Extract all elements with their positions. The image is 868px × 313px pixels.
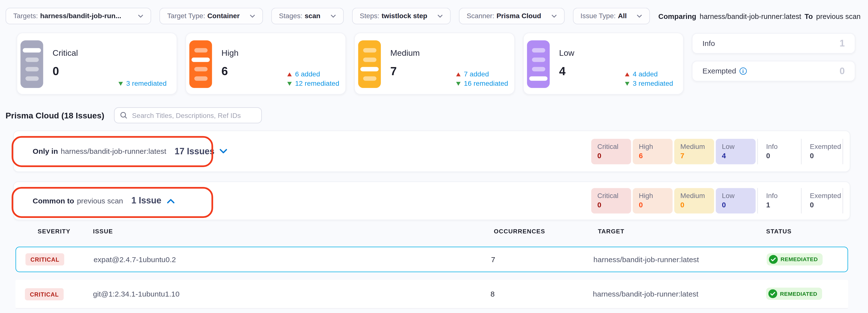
filter-scanner-label: Scanner:: [467, 12, 495, 20]
decrease-triangle-icon: [287, 81, 291, 85]
critical-remediated-text: 3 remediated: [126, 80, 166, 88]
filter-issue-type-value: All: [618, 12, 627, 20]
chip-info: Info0: [757, 139, 799, 164]
severity-summary-row: Critical 0 3 remediated High 6 6 added 1…: [17, 33, 856, 95]
info-circle-icon: [739, 68, 747, 75]
chevron-down-icon: [437, 14, 443, 18]
low-card[interactable]: Low 4 4 added 3 remediated: [523, 33, 684, 95]
chip-exempted: Exempted0: [801, 188, 843, 213]
search-icon: [120, 112, 127, 119]
table-row[interactable]: CRITICAL git@1:2.34.1-1ubuntu1.10 8 harn…: [16, 280, 848, 309]
status-text: REMEDIATED: [780, 256, 818, 262]
filter-targets-value: harness/bandit-job-run...: [40, 12, 121, 20]
check-circle-icon: [769, 255, 778, 264]
info-card[interactable]: Info 1: [692, 33, 855, 54]
chevron-down-icon: [250, 14, 255, 18]
chip-critical: Critical0: [591, 139, 631, 164]
chip-low: Low4: [716, 139, 756, 164]
filter-scanner[interactable]: Scanner: Prisma Cloud: [459, 8, 564, 25]
issues-table-header: SEVERITY ISSUE OCCURRENCES TARGET STATUS: [16, 228, 848, 235]
low-card-deltas: 4 added 3 remediated: [625, 69, 673, 88]
critical-card[interactable]: Critical 0 3 remediated: [17, 33, 177, 95]
high-severity-icon: [189, 40, 212, 88]
high-card-label: High: [222, 48, 345, 58]
chevron-down-icon[interactable]: [219, 149, 228, 154]
filter-steps-label: Steps:: [360, 12, 379, 20]
group-only-in-target[interactable]: Only in harness/bandit-job-runner:latest…: [13, 131, 850, 172]
issue-name[interactable]: git@1:2.34.1-1ubuntu1.10: [93, 290, 489, 298]
medium-remediated-text: 16 remediated: [464, 80, 508, 88]
exempted-card-count: 0: [839, 66, 845, 77]
chip-medium: Medium7: [674, 139, 714, 164]
severity-chips: Critical0 High0 Medium0 Low0 Info1 Exemp…: [591, 188, 843, 213]
decrease-triangle-icon: [119, 81, 123, 85]
group-scope: previous scan: [77, 197, 123, 205]
chevron-down-icon: [551, 14, 557, 18]
chevron-up-icon[interactable]: [166, 198, 175, 203]
filter-stages[interactable]: Stages: scan: [271, 8, 344, 25]
status-text: REMEDIATED: [780, 291, 817, 297]
check-circle-icon: [768, 289, 777, 298]
filter-targets-label: Targets:: [13, 12, 38, 20]
decrease-triangle-icon: [456, 81, 461, 85]
target-name: harness/bandit-job-runner:latest: [593, 290, 761, 298]
increase-triangle-icon: [625, 72, 629, 76]
low-remediated-text: 3 remediated: [633, 80, 673, 88]
chip-high: High0: [633, 188, 673, 213]
filter-stages-label: Stages:: [279, 12, 302, 20]
exempted-card[interactable]: Exempted 0: [692, 61, 855, 81]
column-severity: SEVERITY: [16, 228, 93, 235]
chevron-down-icon: [331, 14, 336, 18]
occurrences-count: 7: [490, 255, 593, 264]
info-card-count: 1: [839, 38, 845, 49]
issues-section-header: Prisma Cloud (18 Issues): [6, 107, 863, 123]
group-prefix: Only in: [33, 147, 58, 155]
column-occurrences: OCCURRENCES: [489, 228, 593, 235]
filter-issue-type[interactable]: Issue Type: All: [573, 8, 650, 25]
occurrences-count: 8: [489, 290, 593, 298]
table-row[interactable]: CRITICAL expat@2.4.7-1ubuntu0.2 7 harnes…: [16, 247, 848, 272]
chip-critical: Critical0: [591, 188, 631, 213]
high-card-deltas: 6 added 12 remediated: [287, 69, 339, 88]
filter-issue-type-label: Issue Type:: [581, 12, 616, 20]
low-severity-icon: [527, 40, 550, 88]
info-card-label: Info: [703, 39, 715, 48]
filter-steps-value: twistlock step: [382, 12, 427, 20]
medium-card-label: Medium: [390, 48, 514, 58]
filter-targets[interactable]: Targets: harness/bandit-job-run...: [6, 8, 151, 25]
comparing-label: Comparing: [658, 12, 696, 20]
status-badge: REMEDIATED: [767, 253, 823, 265]
comparing-target: harness/bandit-job-runner:latest: [700, 12, 801, 20]
filter-steps[interactable]: Steps: twistlock step: [352, 8, 451, 25]
decrease-triangle-icon: [625, 81, 629, 85]
group-common-to-previous[interactable]: Common to previous scan 1 Issue Critical…: [13, 181, 850, 220]
critical-card-deltas: 3 remediated: [119, 78, 167, 87]
filter-stages-value: scan: [305, 12, 320, 20]
filter-target-type[interactable]: Target Type: Container: [159, 8, 263, 25]
comparing-connector: To: [805, 12, 813, 20]
issue-name[interactable]: expat@2.4.7-1ubuntu0.2: [93, 255, 490, 264]
severity-badge: CRITICAL: [25, 288, 64, 300]
medium-card[interactable]: Medium 7 7 added 16 remediated: [354, 33, 515, 95]
low-added-text: 4 added: [633, 70, 658, 78]
high-added-text: 6 added: [295, 70, 320, 78]
high-card[interactable]: High 6 6 added 12 remediated: [185, 33, 346, 95]
search-box[interactable]: [114, 107, 262, 123]
severity-chips: Critical0 High6 Medium7 Low4 Info0 Exemp…: [591, 139, 843, 164]
chevron-down-icon: [138, 14, 144, 18]
critical-card-count: 0: [53, 65, 177, 78]
comparing-baseline: previous scan: [816, 12, 861, 20]
search-input[interactable]: [132, 111, 256, 119]
medium-severity-icon: [358, 40, 381, 88]
severity-badge: CRITICAL: [26, 253, 64, 266]
medium-card-deltas: 7 added 16 remediated: [456, 69, 508, 88]
column-target: TARGET: [593, 228, 761, 235]
column-issue: ISSUE: [93, 228, 489, 235]
section-title: Prisma Cloud (18 Issues): [6, 110, 104, 120]
medium-added-text: 7 added: [464, 70, 489, 78]
chevron-down-icon: [637, 14, 642, 18]
increase-triangle-icon: [287, 72, 291, 76]
target-name: harness/bandit-job-runner:latest: [593, 255, 762, 264]
filter-target-type-label: Target Type:: [167, 12, 205, 20]
chip-medium: Medium0: [674, 188, 714, 213]
